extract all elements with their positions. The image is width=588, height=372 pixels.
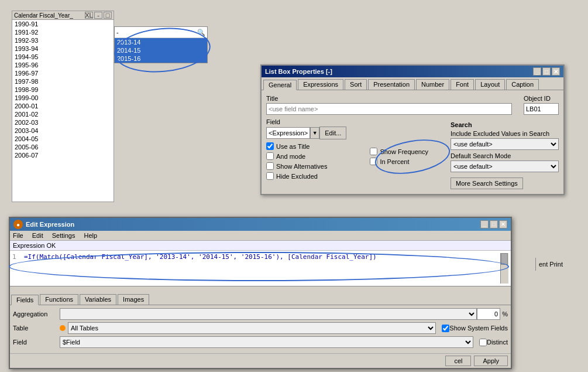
expr-scroll-thumb[interactable] [501, 253, 508, 265]
small-listbox-search[interactable] [116, 29, 197, 36]
include-excluded-row: <use default> [451, 138, 559, 150]
aggregation-row: Aggregation % [13, 308, 508, 320]
apply-btn[interactable]: Apply [474, 356, 508, 366]
xl-btn[interactable]: XL [85, 12, 93, 19]
calendar-list-item[interactable]: 1991-92 [12, 28, 114, 36]
edit-expr-title-bar: ● Edit Expression _ □ ✕ [10, 218, 511, 231]
menu-settings[interactable]: Settings [52, 232, 75, 239]
min-btn[interactable]: - [94, 12, 102, 19]
default-search-mode-label: Default Search Mode [451, 152, 559, 159]
aggregation-label: Aggregation [13, 310, 60, 318]
lb-close-btn[interactable]: ✕ [552, 67, 560, 76]
lb-properties-dialog: List Box Properties [-] _ □ ✕ GeneralExp… [260, 64, 565, 195]
aggregation-select[interactable] [60, 308, 477, 320]
calendar-list-item[interactable]: 2006-07 [12, 151, 114, 159]
calendar-list-item[interactable]: 1994-95 [12, 53, 114, 61]
calendar-list-item[interactable]: 1997-98 [12, 77, 114, 86]
show-frequency-row: Show Frequency [370, 148, 445, 155]
tab-caption[interactable]: Caption [506, 79, 539, 90]
expr-hscrollbar[interactable] [10, 286, 511, 293]
calendar-list-item[interactable]: 1993-94 [12, 45, 114, 53]
expr-tab-variables[interactable]: Variables [80, 294, 116, 305]
expr-tab-functions[interactable]: Functions [40, 294, 78, 305]
small-list-item[interactable]: 2015-16 [115, 54, 207, 63]
calendar-listbox-title-text: Calendar Fiscal_Year_ [14, 12, 73, 19]
expr-menubar: File Edit Settings Help [10, 231, 511, 241]
calendar-listbox-title: Calendar Fiscal_Year_ XL - □ [12, 11, 114, 20]
use-as-title-row: Use as Title [266, 142, 346, 150]
use-as-title-checkbox[interactable] [266, 142, 274, 150]
field-select[interactable]: $Field [60, 336, 473, 348]
tab-expressions[interactable]: Expressions [298, 79, 343, 90]
and-mode-row: And mode [266, 152, 346, 160]
object-id-input[interactable] [524, 103, 559, 115]
show-frequency-checkbox[interactable] [370, 148, 377, 155]
calendar-list-item[interactable]: 2005-06 [12, 143, 114, 151]
small-list-item[interactable]: 2014-15 [115, 46, 207, 54]
expr-scrollbar[interactable] [500, 253, 508, 284]
default-search-mode-select[interactable]: <use default> [451, 161, 559, 172]
expr-min-btn[interactable]: _ [480, 220, 489, 228]
in-percent-checkbox[interactable] [370, 158, 377, 165]
field-dropdown-btn[interactable]: ▼ [310, 127, 319, 139]
expr-tabs: FieldsFunctionsVariablesImages [10, 293, 511, 305]
lb-max-btn[interactable]: □ [542, 67, 551, 76]
field-row: Field $Field Distinct [13, 336, 508, 348]
calendar-list-item[interactable]: 1996-97 [12, 69, 114, 77]
two-col-layout: Field <Expression> ▼ Edit... Use as Titl… [266, 118, 559, 189]
calendar-list-item[interactable]: 2004-05 [12, 135, 114, 143]
title-input[interactable] [266, 103, 512, 115]
col-spacer [352, 118, 364, 189]
expr-bottom: Aggregation % Table All Tables Show Syst… [10, 305, 511, 353]
tab-presentation[interactable]: Presentation [368, 79, 415, 90]
menu-edit[interactable]: Edit [32, 232, 43, 239]
expr-bottom-btns: cel Apply [10, 353, 511, 368]
cancel-btn[interactable]: cel [445, 356, 471, 366]
include-excluded-select[interactable]: <use default> [451, 138, 559, 150]
more-search-settings-btn[interactable]: More Search Settings [451, 178, 523, 189]
and-mode-checkbox[interactable] [266, 152, 274, 160]
calendar-list-item[interactable]: 2002-03 [12, 118, 114, 127]
lb-min-btn[interactable]: _ [533, 67, 541, 76]
calendar-list-item[interactable]: 1995-96 [12, 61, 114, 69]
tab-number[interactable]: Number [416, 79, 449, 90]
percent-label: % [502, 310, 508, 318]
calendar-list-item[interactable]: 2003-04 [12, 127, 114, 135]
search-icon[interactable]: 🔍 [197, 28, 205, 37]
field-label: Field [266, 118, 346, 125]
expr-tab-fields[interactable]: Fields [11, 295, 39, 305]
table-label: Table [13, 325, 60, 332]
show-system-fields-checkbox[interactable] [442, 325, 449, 332]
calendar-list-item[interactable]: 1998-99 [12, 86, 114, 94]
hide-excluded-checkbox[interactable] [266, 172, 274, 180]
calendar-list-item[interactable]: 2001-02 [12, 110, 114, 118]
edit-expression-btn[interactable]: Edit... [319, 127, 346, 139]
expr-close-btn[interactable]: ✕ [499, 220, 507, 228]
show-alternatives-label: Show Alternatives [276, 163, 327, 170]
calendar-list-item[interactable]: 2000-01 [12, 102, 114, 110]
aggregation-num-input[interactable] [477, 308, 500, 320]
calendar-listbox-list: 1990-911991-921992-931993-941994-951995-… [12, 20, 114, 202]
calendar-list-item[interactable]: 1999-00 [12, 94, 114, 102]
expr-tab-images[interactable]: Images [118, 294, 149, 305]
max-btn[interactable]: □ [104, 12, 112, 19]
distinct-checkbox[interactable] [479, 339, 487, 346]
tab-general[interactable]: General [263, 80, 297, 90]
hide-excluded-row: Hide Excluded [266, 172, 346, 180]
show-alternatives-checkbox[interactable] [266, 162, 274, 170]
expr-max-btn[interactable]: □ [490, 220, 498, 228]
menu-file[interactable]: File [13, 232, 23, 239]
table-select[interactable]: All Tables [68, 322, 436, 334]
small-list-item[interactable]: 2013-14 [115, 38, 207, 46]
distinct-label: Distinct [487, 339, 508, 346]
calendar-list-item[interactable]: 1992-93 [12, 36, 114, 45]
expr-editor-area: 1 =If(Match([Calendar Fiscal_Year], '201… [10, 251, 511, 286]
menu-help[interactable]: Help [84, 232, 97, 239]
default-search-mode-row: <use default> [451, 161, 559, 172]
expr-code[interactable]: =If(Match([Calendar Fiscal_Year], '2013-… [24, 253, 498, 284]
calendar-list-item[interactable]: 1990-91 [12, 20, 114, 28]
tab-layout[interactable]: Layout [475, 79, 505, 90]
tab-sort[interactable]: Sort [345, 79, 367, 90]
right-panel-text: ent Print [539, 261, 563, 268]
tab-font[interactable]: Font [451, 79, 474, 90]
